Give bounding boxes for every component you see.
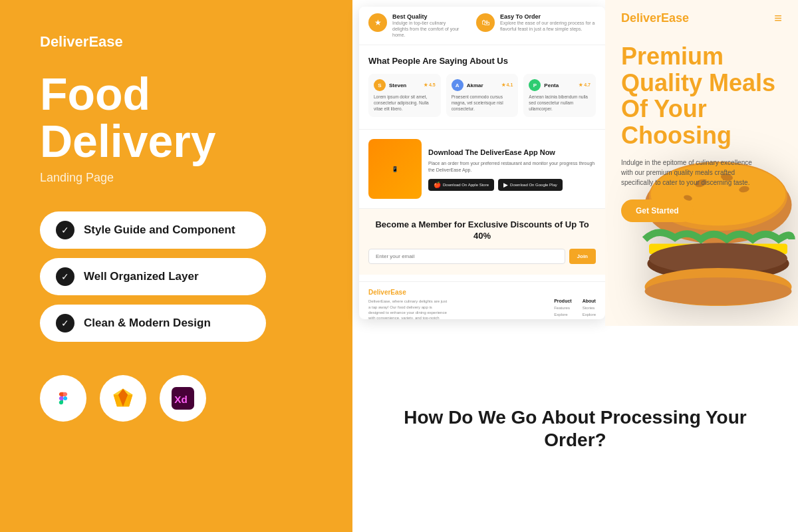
brand-name: DeliverEase — [40, 33, 313, 51]
get-started-button[interactable]: Get Started — [621, 200, 694, 222]
figma-icon — [40, 375, 86, 422]
svg-text:Xd: Xd — [174, 394, 188, 405]
bottom-title: How Do We Go About Processing Your Order… — [379, 406, 771, 451]
check-icon-1: ✓ — [56, 221, 74, 239]
testimonial-akmar: A Akmar ★ 4.1 Praesent commodo cursus ma… — [446, 74, 519, 117]
bottom-content: How Do We Go About Processing Your Order… — [379, 406, 771, 451]
footer-link-blog[interactable]: Blog — [583, 318, 596, 319]
xd-icon: Xd — [160, 375, 206, 422]
order-desc: Explore the ease of our ordering process… — [500, 20, 596, 32]
tool-icons: Xd — [40, 375, 313, 422]
footer-desc: DeliverEase, where culinary delights are… — [368, 299, 448, 319]
nav-brand: DeliverEase — [621, 11, 689, 25]
join-button[interactable]: Join — [569, 249, 596, 264]
quality-desc: Indulge in top-tier culinary delights fr… — [392, 20, 463, 38]
quality-title: Best Quality — [392, 13, 463, 20]
rating-1: ★ 4.5 — [424, 82, 436, 88]
feature-item-well-organized: ✓ Well Organized Layer — [40, 258, 266, 295]
footer-link-apps[interactable]: Apps — [554, 318, 571, 319]
app-download-title: Download The DeliverEase App Now — [428, 148, 596, 157]
avatar-steven: S — [374, 79, 386, 91]
reviewer-name-3: Penta — [544, 82, 575, 88]
footer-link-explore-about[interactable]: Explore — [583, 312, 596, 319]
top-section: ★ Best Quality Indulge in top-tier culin… — [352, 0, 798, 326]
footer-link-features[interactable]: Features — [554, 305, 571, 312]
top-bar-order: 🛍 Easy To Order Explore the ease of our … — [476, 13, 596, 38]
footer-link-stories[interactable]: Stories — [583, 305, 596, 312]
footer-section: DeliverEase DeliverEase, where culinary … — [359, 281, 605, 319]
footer-col-product-title: Product — [554, 299, 571, 303]
footer-columns: Product Features Explore Apps About Stor… — [554, 299, 596, 319]
order-icon: 🛍 — [476, 13, 495, 32]
main-title: Food Delivery — [40, 70, 313, 166]
apple-icon: 🍎 — [434, 182, 441, 188]
reviewer-name-2: Akmar — [467, 82, 498, 88]
check-icon-3: ✓ — [56, 314, 74, 332]
svg-point-20 — [645, 277, 792, 305]
feature-item-clean-design: ✓ Clean & Modern Design — [40, 305, 266, 342]
nav-bar: DeliverEase ≡ — [605, 0, 798, 37]
rating-2: ★ 4.1 — [501, 82, 513, 88]
feature-text-2: Well Organized Layer — [84, 270, 199, 283]
footer-col-product: Product Features Explore Apps — [554, 299, 571, 319]
feature-text-1: Style Guide and Component — [84, 223, 235, 237]
right-panel: ★ Best Quality Indulge in top-tier culin… — [352, 0, 798, 532]
review-text-2: Praesent commodo cursus magna, vel scele… — [452, 94, 513, 112]
rating-3: ★ 4.7 — [579, 82, 591, 88]
feature-text-3: Clean & Modern Design — [84, 317, 211, 330]
google-play-btn[interactable]: ▶ Download On Google Play — [498, 179, 563, 191]
sketch-icon — [100, 375, 146, 422]
footer-col-about-title: About — [583, 299, 596, 303]
email-input[interactable] — [368, 249, 565, 264]
top-bar-quality: ★ Best Quality Indulge in top-tier culin… — [368, 13, 463, 38]
left-panel: DeliverEase Food Delivery Landing Page ✓… — [0, 0, 352, 532]
avatar-akmar: A — [452, 79, 464, 91]
hero-title: Premium Quality Meals Of Your Choosing — [621, 43, 782, 148]
footer-link-explore-product[interactable]: Explore — [554, 312, 571, 319]
membership-title: Become a Member for Exclusive Discounts … — [368, 219, 596, 242]
membership-form: Join — [368, 249, 596, 264]
feature-list: ✓ Style Guide and Component ✓ Well Organ… — [40, 211, 313, 342]
hero-content: Premium Quality Meals Of Your Choosing I… — [605, 37, 798, 222]
screenshot-right: DeliverEase ≡ Premium Quality Meals Of Y… — [605, 0, 798, 326]
order-title: Easy To Order — [500, 13, 596, 20]
review-text-3: Aenean lacinia bibendum nulla sed consec… — [529, 94, 591, 112]
bottom-section: How Do We Go About Processing Your Order… — [352, 326, 798, 532]
apple-store-btn[interactable]: 🍎 Download On Apple Store — [428, 179, 494, 191]
testimonials-list: S Steven ★ 4.5 Lorem ipsum dolor sit ame… — [368, 74, 596, 117]
app-section: 📱 Download The DeliverEase App Now Place… — [359, 129, 605, 208]
top-bar: ★ Best Quality Indulge in top-tier culin… — [359, 7, 605, 45]
membership-section: Become a Member for Exclusive Discounts … — [359, 208, 605, 275]
testimonial-penta: P Penta ★ 4.7 Aenean lacinia bibendum nu… — [523, 74, 596, 117]
check-icon-2: ✓ — [56, 267, 74, 286]
testimonial-steven: S Steven ★ 4.5 Lorem ipsum dolor sit ame… — [368, 74, 441, 117]
subtitle: Landing Page — [40, 171, 313, 185]
footer-col-about: About Stories Explore Blog — [583, 299, 596, 319]
testimonials-section: What People Are Saying About Us S Steven… — [359, 45, 605, 124]
app-buttons: 🍎 Download On Apple Store ▶ Download On … — [428, 179, 596, 191]
hero-desc: Indulge in the epitome of culinary excel… — [621, 158, 754, 188]
footer-brand: DeliverEase — [368, 289, 596, 296]
reviewer-name-1: Steven — [389, 82, 420, 88]
feature-item-style-guide: ✓ Style Guide and Component — [40, 211, 266, 249]
testimonials-title: What People Are Saying About Us — [368, 56, 596, 67]
google-icon: ▶ — [503, 182, 508, 188]
apple-store-label: Download On Apple Store — [443, 183, 489, 187]
app-mockup: 📱 — [368, 139, 422, 199]
review-text-1: Lorem ipsum dolor sit amet, consectetur … — [374, 94, 436, 112]
screenshot-left: ★ Best Quality Indulge in top-tier culin… — [359, 7, 605, 319]
google-play-label: Download On Google Play — [510, 183, 557, 187]
app-download-desc: Place an order from your preferred resta… — [428, 160, 596, 174]
avatar-penta: P — [529, 79, 541, 91]
quality-icon: ★ — [368, 13, 387, 32]
hamburger-menu-icon[interactable]: ≡ — [774, 11, 782, 26]
